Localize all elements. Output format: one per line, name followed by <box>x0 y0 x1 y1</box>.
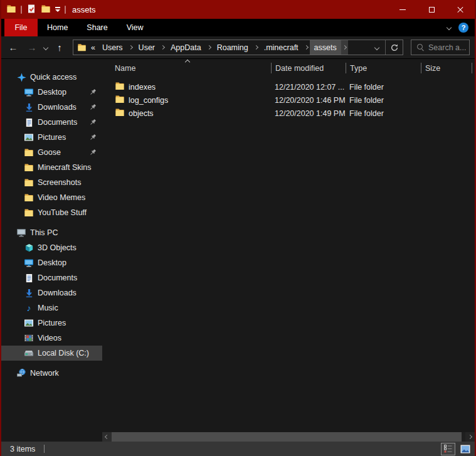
file-list-pane: Name Date modified Type Size indexes 12/… <box>102 59 475 442</box>
column-header-size[interactable]: Size <box>421 59 472 77</box>
sidebar-item-pictures-pc[interactable]: Pictures <box>1 315 102 331</box>
large-icons-view-button[interactable] <box>458 443 472 455</box>
breadcrumb-chevron-icon[interactable] <box>159 40 166 55</box>
file-date: 12/20/2020 1:46 PM <box>272 96 346 105</box>
breadcrumb-overflow[interactable]: « <box>87 40 98 55</box>
scroll-left-icon[interactable] <box>102 432 112 442</box>
up-button[interactable]: ↑ <box>51 42 68 53</box>
breadcrumb-appdata[interactable]: AppData <box>166 40 206 55</box>
column-header-name[interactable]: Name <box>102 59 272 77</box>
back-button[interactable]: ← <box>5 42 21 53</box>
sidebar-item-music[interactable]: ♪ Music <box>1 300 102 315</box>
breadcrumb-users[interactable]: Users <box>98 40 127 55</box>
sidebar-item-minecraft-skins[interactable]: Minecraft Skins <box>1 160 102 175</box>
caption-buttons <box>388 0 475 19</box>
file-name: objects <box>129 109 154 118</box>
sidebar-item-label: Quick access <box>30 73 77 82</box>
sidebar-item-documents-pc[interactable]: Documents <box>1 270 102 285</box>
navigation-pane: Quick access Desktop Downloads <box>1 59 102 442</box>
expand-ribbon-icon[interactable] <box>447 25 452 30</box>
refresh-icon[interactable] <box>386 40 403 55</box>
forward-button[interactable]: → <box>24 42 40 53</box>
music-note-icon: ♪ <box>24 303 34 313</box>
sidebar-item-downloads[interactable]: Downloads <box>1 100 102 115</box>
file-date: 12/21/2020 12:07 ... <box>272 83 346 92</box>
video-icon <box>24 333 34 343</box>
recent-locations-icon[interactable] <box>43 45 48 50</box>
item-count: 3 items <box>10 445 35 453</box>
breadcrumb-minecraft[interactable]: .minecraft <box>260 40 303 55</box>
sidebar-item-label: Pictures <box>38 319 66 327</box>
computer-icon <box>16 228 26 238</box>
horizontal-scrollbar[interactable] <box>102 432 475 442</box>
picture-icon <box>24 318 34 328</box>
maximize-button[interactable] <box>417 0 446 19</box>
large-icons-view-icon <box>460 445 470 453</box>
file-row-indexes[interactable]: indexes 12/21/2020 12:07 ... File folder <box>102 80 475 93</box>
sidebar-item-label: Desktop <box>38 88 66 97</box>
sidebar-item-documents[interactable]: Documents <box>1 115 102 130</box>
ribbon-tab-bar: File Home Share View ? <box>1 19 475 36</box>
tab-view[interactable]: View <box>117 19 153 36</box>
sidebar-item-quick-access[interactable]: Quick access <box>1 70 102 85</box>
status-divider <box>44 445 45 453</box>
network-icon <box>16 368 26 378</box>
file-type: File folder <box>346 109 421 118</box>
drive-icon <box>24 348 34 358</box>
tab-file[interactable]: File <box>4 19 38 36</box>
details-view-button[interactable] <box>441 443 455 455</box>
pin-icon <box>89 88 97 96</box>
sidebar-item-videos[interactable]: Videos <box>1 331 102 346</box>
sidebar-item-goose[interactable]: Goose <box>1 145 102 160</box>
sidebar-item-label: Downloads <box>38 103 77 112</box>
window-title: assets <box>72 5 96 14</box>
sidebar-item-network[interactable]: Network <box>1 366 102 381</box>
sidebar-item-downloads-pc[interactable]: Downloads <box>1 285 102 300</box>
scrollbar-thumb[interactable] <box>112 432 462 442</box>
sidebar-item-local-disk-c[interactable]: Local Disk (C:) <box>1 346 102 361</box>
minimize-button[interactable] <box>388 0 417 19</box>
sidebar-item-3d-objects[interactable]: 3D Objects <box>1 240 102 255</box>
help-icon[interactable]: ? <box>458 23 468 33</box>
sidebar-item-desktop-pc[interactable]: Desktop <box>1 255 102 270</box>
sidebar-item-pictures[interactable]: Pictures <box>1 130 102 145</box>
folder-icon <box>24 162 34 172</box>
breadcrumb-roaming[interactable]: Roaming <box>213 40 253 55</box>
tab-home[interactable]: Home <box>38 19 77 36</box>
address-bar[interactable]: « Users User AppData Roaming .minecraft … <box>73 40 403 55</box>
sidebar-item-youtube-stuff[interactable]: YouTube Stuff <box>1 205 102 220</box>
search-placeholder: Search a... <box>428 43 466 52</box>
pin-icon <box>89 134 97 141</box>
sidebar-item-label: Network <box>30 369 59 378</box>
sidebar-item-this-pc[interactable]: This PC <box>1 225 102 240</box>
file-rows: indexes 12/21/2020 12:07 ... File folder… <box>102 77 475 120</box>
column-header-date-modified[interactable]: Date modified <box>272 59 346 77</box>
checked-document-icon[interactable] <box>26 4 36 16</box>
search-box[interactable]: Search a... <box>411 40 470 55</box>
cube-icon <box>24 243 34 253</box>
folder-icon[interactable] <box>41 4 51 16</box>
sidebar-item-desktop[interactable]: Desktop <box>1 85 102 100</box>
file-row-objects[interactable]: objects 12/20/2020 1:49 PM File folder <box>102 107 475 120</box>
breadcrumb-chevron-icon[interactable] <box>127 40 134 55</box>
folder-icon <box>24 208 34 218</box>
quick-access-toolbar <box>1 4 66 16</box>
breadcrumb-assets[interactable]: assets <box>310 40 341 55</box>
breadcrumb-user[interactable]: User <box>134 40 159 55</box>
folder-icon[interactable] <box>6 4 16 16</box>
breadcrumb-chevron-icon[interactable] <box>206 40 213 55</box>
sidebar-item-screenshots[interactable]: Screenshots <box>1 175 102 190</box>
breadcrumb-chevron-icon[interactable] <box>303 40 310 55</box>
customize-toolbar-dropdown-icon[interactable] <box>55 7 60 11</box>
file-row-log-configs[interactable]: log_configs 12/20/2020 1:46 PM File fold… <box>102 93 475 107</box>
close-button[interactable] <box>446 0 475 19</box>
scroll-right-icon[interactable] <box>465 432 475 442</box>
breadcrumb-chevron-icon[interactable] <box>253 40 260 55</box>
breadcrumb-chevron-icon[interactable] <box>341 40 348 55</box>
folder-icon <box>24 193 34 203</box>
column-header-type[interactable]: Type <box>346 59 421 77</box>
sidebar-item-label: Local Disk (C:) <box>38 349 89 358</box>
sidebar-item-video-memes[interactable]: Video Memes <box>1 190 102 205</box>
tab-share[interactable]: Share <box>77 19 117 36</box>
address-dropdown-icon[interactable] <box>374 45 379 50</box>
